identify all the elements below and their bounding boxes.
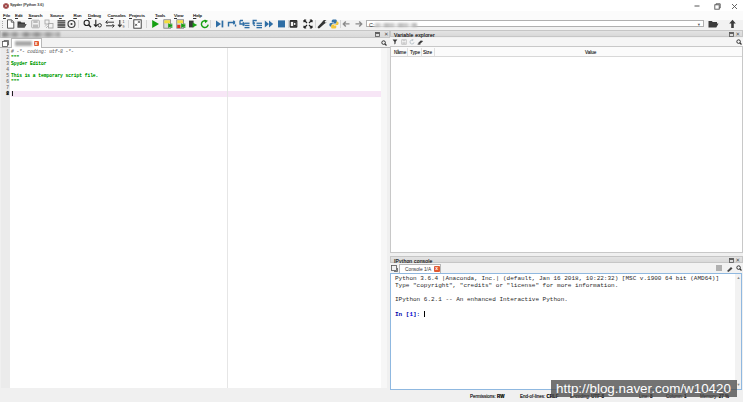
svg-text:1: 1 xyxy=(123,20,125,24)
svg-text:9: 9 xyxy=(123,25,125,29)
